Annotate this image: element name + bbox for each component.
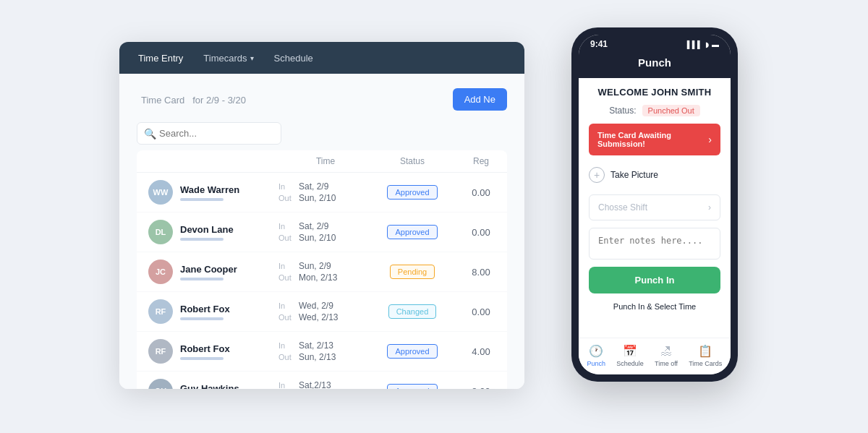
chevron-down-icon: ▾	[250, 54, 254, 62]
in-date: Sat, 2/13	[299, 340, 333, 351]
out-date: Mon, 2/13	[299, 273, 337, 283]
status-row: Status: Punched Out	[589, 105, 720, 116]
in-date: Sat, 2/9	[299, 221, 328, 231]
avatar: GH	[148, 379, 173, 389]
time-in: In Sat, 2/9	[278, 221, 373, 231]
table-row[interactable]: JC Jane Cooper In Sun, 2/9 Out Mon, 2/13…	[137, 252, 507, 292]
time-in: In Sat, 2/13	[278, 340, 373, 351]
phone-screen: 9:41 ▌▌▌ ◗ ▬ Punch WELCOME JOHN SMITH St…	[579, 35, 731, 374]
timeoff-icon: 🏖	[660, 345, 672, 358]
status-cell: Approved	[373, 185, 452, 200]
time-out: Out Sun, 2/10	[278, 193, 373, 203]
bottom-nav-timeoff[interactable]: 🏖 Time off	[655, 345, 678, 367]
out-label: Out	[278, 194, 294, 202]
employee-bar	[180, 198, 224, 201]
col-reg: Reg	[452, 156, 507, 166]
status-cell: Approved	[373, 384, 452, 389]
shift-chevron-icon: ›	[708, 202, 711, 213]
status-cell: Changed	[373, 304, 452, 319]
time-in: In Sat, 2/9	[278, 181, 373, 192]
time-in: In Sat,2/13	[278, 380, 373, 389]
employee-name: Devon Lane	[180, 224, 234, 235]
phone-body: WELCOME JOHN SMITH Status: Punched Out T…	[579, 78, 731, 338]
status-bar: 9:41 ▌▌▌ ◗ ▬	[579, 35, 731, 52]
punch-in-button[interactable]: Punch In	[589, 267, 720, 293]
phone-header: Punch	[579, 52, 731, 78]
col-status: Status	[373, 156, 452, 166]
timeoff-label: Time off	[655, 360, 678, 367]
nav-timecards[interactable]: Timecards ▾	[196, 48, 260, 68]
employee-cell: WW Wade Warren	[148, 180, 278, 205]
bottom-nav-timecards[interactable]: 📋 Time Cards	[689, 344, 722, 367]
phone-container: 9:41 ▌▌▌ ◗ ▬ Punch WELCOME JOHN SMITH St…	[571, 27, 738, 382]
out-date: Sun, 2/13	[299, 352, 336, 362]
signal-icon: ▌▌▌	[687, 40, 702, 48]
status-time: 9:41	[590, 39, 608, 49]
employee-info: Devon Lane	[180, 224, 234, 241]
out-date: Sun, 2/10	[299, 233, 336, 243]
employee-info: Robert Fox	[180, 343, 230, 360]
time-out: Out Mon, 2/13	[278, 273, 373, 283]
table-row[interactable]: RF Robert Fox In Wed, 2/9 Out Wed, 2/13 …	[137, 292, 507, 332]
in-label: In	[278, 341, 294, 350]
in-date: Sun, 2/9	[299, 261, 331, 271]
search-input[interactable]	[137, 122, 281, 145]
reg-cell: 8.00	[452, 386, 507, 390]
bottom-nav-schedule[interactable]: 📅 Schedule	[616, 344, 644, 367]
in-date: Sat, 2/9	[299, 181, 328, 192]
reg-cell: 4.00	[452, 346, 507, 357]
phone-title: Punch	[638, 56, 671, 69]
phone-shell: 9:41 ▌▌▌ ◗ ▬ Punch WELCOME JOHN SMITH St…	[571, 27, 738, 382]
table-row[interactable]: DL Devon Lane In Sat, 2/9 Out Sun, 2/10 …	[137, 213, 507, 252]
search-wrapper: 🔍	[137, 122, 281, 145]
status-cell: Pending	[373, 265, 452, 279]
search-icon: 🔍	[144, 128, 156, 140]
avatar: DL	[148, 220, 173, 244]
in-label: In	[278, 182, 294, 191]
desktop-panel: Time Entry Timecards ▾ Schedule Time Car…	[119, 42, 524, 389]
nav-bar: Time Entry Timecards ▾ Schedule	[119, 42, 524, 74]
notes-input[interactable]	[589, 228, 720, 260]
in-label: In	[278, 381, 294, 389]
employee-name: Robert Fox	[180, 304, 230, 314]
employee-name: Jane Cooper	[180, 264, 237, 275]
out-label: Out	[278, 273, 294, 282]
employee-bar	[180, 238, 224, 241]
reg-cell: 8.00	[452, 267, 507, 278]
punch-in-select-link[interactable]: Punch In & Select Time	[589, 301, 720, 314]
employee-info: Jane Cooper	[180, 264, 237, 280]
take-picture-label: Take Picture	[610, 170, 658, 180]
time-out: Out Sun, 2/10	[278, 233, 373, 243]
out-label: Out	[278, 233, 294, 242]
table-row[interactable]: GH Guy Hawkins In Sat,2/13 Out Sun, 2/13…	[137, 372, 507, 389]
add-new-button[interactable]: Add Ne	[453, 88, 507, 111]
schedule-icon: 📅	[623, 344, 637, 358]
in-date: Sat,2/13	[299, 380, 331, 389]
nav-time-entry[interactable]: Time Entry	[131, 48, 190, 68]
status-badge: Pending	[390, 265, 435, 279]
choose-shift-row[interactable]: Chosse Shift ›	[589, 194, 720, 220]
welcome-text: WELCOME JOHN SMITH	[589, 87, 720, 98]
take-picture-row[interactable]: + Take Picture	[589, 163, 720, 187]
avatar: RF	[148, 339, 173, 364]
nav-schedule[interactable]: Schedule	[267, 48, 320, 68]
status-cell: Approved	[373, 225, 452, 239]
time-cell: In Sat, 2/9 Out Sun, 2/10	[278, 221, 373, 243]
table-row[interactable]: RF Robert Fox In Sat, 2/13 Out Sun, 2/13…	[137, 332, 507, 372]
time-card-alert[interactable]: Time Card Awaiting Submission! ›	[589, 124, 720, 155]
status-badge: Approved	[387, 225, 437, 239]
wifi-icon: ◗	[705, 40, 709, 48]
status-label-text: Status:	[609, 106, 636, 116]
timecards-label: Time Cards	[689, 360, 722, 367]
avatar: JC	[148, 260, 173, 284]
alert-chevron-icon: ›	[708, 134, 712, 145]
employee-info: Robert Fox	[180, 304, 230, 320]
employee-bar	[180, 317, 224, 320]
in-label: In	[278, 222, 294, 231]
choose-shift-text: Chosse Shift	[598, 202, 647, 213]
table-row[interactable]: WW Wade Warren In Sat, 2/9 Out Sun, 2/10…	[137, 173, 507, 213]
main-content: Time Card for 2/9 - 3/20 Add Ne 🔍 Time S…	[119, 74, 524, 389]
reg-cell: 0.00	[452, 306, 507, 317]
punch-icon: 🕐	[589, 344, 603, 358]
bottom-nav-punch[interactable]: 🕐 Punch	[587, 344, 606, 367]
